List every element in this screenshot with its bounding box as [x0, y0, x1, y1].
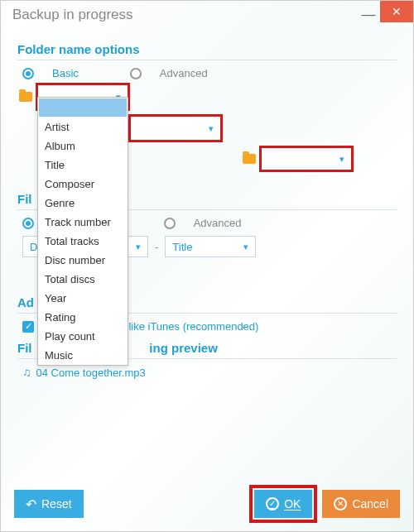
ok-button-highlight: ✓ OK	[253, 488, 314, 520]
dropdown-option[interactable]: Disc number	[38, 251, 128, 270]
ok-button-label: OK	[284, 497, 301, 510]
checkbox-limit-length[interactable]: ✓	[22, 321, 34, 333]
minimize-button[interactable]: —	[357, 7, 380, 23]
check-circle-icon: ✓	[266, 497, 279, 510]
dropdown-option[interactable]: Album	[38, 137, 128, 156]
file-dropdown-title[interactable]: Title ▾	[165, 236, 256, 257]
radio-advanced-file[interactable]	[164, 218, 176, 229]
cancel-circle-icon: ✕	[334, 497, 347, 510]
preview-filename: 04 Come together.mp3	[36, 367, 146, 379]
dropdown-option[interactable]: Music	[38, 346, 128, 365]
preview-row: ♫ 04 Come together.mp3	[22, 366, 397, 379]
cancel-button[interactable]: ✕ Cancel	[322, 490, 400, 518]
dropdown-option[interactable]: Play count	[38, 327, 128, 346]
chevron-down-icon: ▾	[136, 242, 141, 252]
undo-icon: ↶	[26, 496, 36, 512]
file-dropdown-title-value: Title	[172, 241, 192, 253]
dropdown-selected-blank[interactable]	[39, 98, 127, 117]
radio-advanced-folder-label: Advanced	[160, 67, 208, 79]
dropdown-option[interactable]: Title	[38, 156, 128, 175]
dropdown-option[interactable]: Year	[38, 289, 128, 308]
dropdown-option[interactable]: Genre	[38, 194, 128, 213]
folder-dropdown-2[interactable]: ▾	[130, 116, 221, 141]
dropdown-option[interactable]: Total tracks	[38, 232, 128, 251]
dropdown-option[interactable]: Composer	[38, 175, 128, 194]
separator-dash: -	[155, 241, 158, 253]
preview-title-prefix: Fil	[17, 341, 32, 355]
chevron-down-icon: ▾	[209, 123, 214, 134]
folder-level-2: ▾	[130, 116, 221, 141]
reset-button-label: Reset	[41, 497, 72, 510]
radio-advanced-folder[interactable]	[130, 68, 142, 79]
radio-basic-file[interactable]	[22, 218, 34, 229]
radio-basic-folder[interactable]	[22, 68, 34, 79]
folder-icon	[19, 92, 32, 102]
music-note-icon: ♫	[22, 366, 31, 379]
dropdown-option[interactable]: Artist	[38, 117, 128, 137]
folder-level-3: ▾	[243, 147, 352, 170]
folder-icon	[243, 154, 256, 164]
radio-basic-folder-label: Basic	[52, 67, 79, 79]
folder-dropdown-3[interactable]: ▾	[261, 147, 352, 170]
folder-radio-row: Basic Advanced	[22, 67, 397, 79]
folder-dropdown-1-menu[interactable]: Artist Album Title Composer Genre Track …	[37, 97, 128, 366]
chevron-down-icon: ▾	[243, 242, 248, 252]
close-button[interactable]: ✕	[380, 1, 413, 22]
reset-button[interactable]: ↶ Reset	[14, 490, 84, 518]
dropdown-option[interactable]: Track number	[38, 213, 128, 232]
cancel-button-label: Cancel	[352, 497, 388, 510]
window-title: Backup in progress	[12, 7, 133, 23]
titlebar: Backup in progress — ✕	[1, 1, 413, 29]
ok-button[interactable]: ✓ OK	[254, 490, 312, 518]
chevron-down-icon: ▾	[339, 154, 344, 165]
dropdown-option[interactable]: Rating	[38, 308, 128, 327]
folder-section-title: Folder name options	[17, 42, 397, 60]
advanced-title-prefix: Ad	[17, 295, 34, 309]
file-section-title-prefix: Fil	[17, 192, 32, 206]
dropdown-option[interactable]: Total discs	[38, 270, 128, 289]
preview-title-suffix: ing preview	[149, 341, 218, 355]
dialog-window: Backup in progress — ✕ Folder name optio…	[0, 0, 414, 532]
radio-advanced-file-label: Advanced	[194, 217, 242, 229]
footer: ↶ Reset ✓ OK ✕ Cancel	[1, 480, 413, 531]
